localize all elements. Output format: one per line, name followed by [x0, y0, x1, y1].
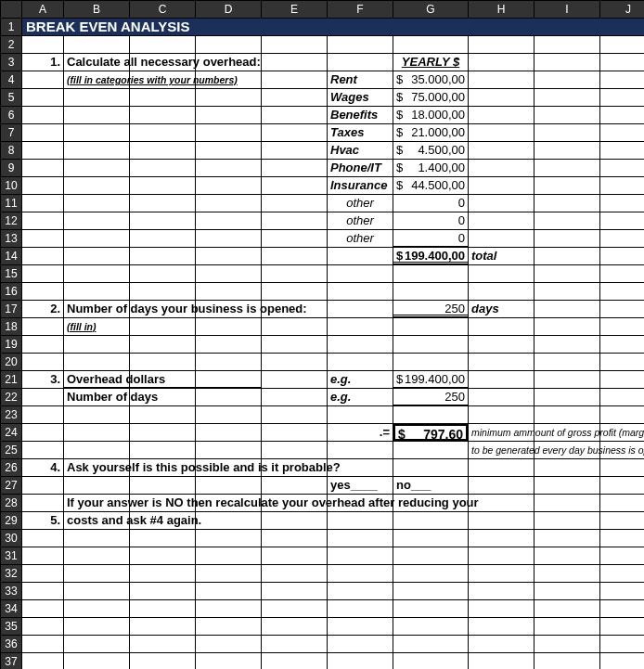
cell[interactable]	[469, 389, 534, 405]
row-header[interactable]: 3	[1, 54, 21, 71]
overhead-label[interactable]: Insurance	[328, 177, 393, 194]
cell[interactable]	[130, 424, 195, 441]
cell[interactable]	[535, 565, 599, 582]
cell[interactable]	[196, 89, 261, 106]
cell[interactable]	[535, 89, 599, 106]
cell[interactable]	[328, 354, 393, 370]
cell[interactable]	[64, 354, 129, 370]
cell[interactable]	[196, 547, 261, 564]
cell[interactable]	[262, 512, 327, 529]
cell[interactable]	[196, 36, 261, 53]
cell[interactable]	[535, 142, 599, 159]
cell[interactable]	[469, 195, 534, 212]
section-heading[interactable]: Number of days your business is opened:	[64, 301, 129, 317]
overhead-value[interactable]: 0	[393, 230, 468, 247]
overhead-label[interactable]: other	[328, 212, 393, 229]
cell[interactable]	[535, 248, 599, 264]
col-header[interactable]: B	[64, 1, 129, 18]
col-header[interactable]: C	[130, 1, 195, 18]
cell[interactable]	[469, 89, 534, 106]
cell[interactable]	[196, 160, 261, 176]
cell[interactable]	[22, 565, 63, 582]
cell[interactable]	[64, 230, 129, 247]
cell[interactable]	[469, 212, 534, 229]
cell[interactable]	[196, 107, 261, 123]
cell[interactable]	[196, 636, 261, 652]
row-header[interactable]: 5	[1, 89, 21, 106]
days-open-value[interactable]: 250	[393, 301, 468, 317]
cell[interactable]	[262, 160, 327, 176]
cell[interactable]	[600, 71, 644, 88]
cell[interactable]	[469, 530, 534, 547]
cell[interactable]	[196, 406, 261, 423]
note[interactable]: minimum ammount of gross profit (margin)	[469, 424, 534, 441]
cell[interactable]	[328, 636, 393, 652]
row-header[interactable]: 13	[1, 230, 21, 247]
cell[interactable]	[130, 283, 195, 300]
cell[interactable]	[469, 600, 534, 617]
cell[interactable]	[469, 283, 534, 300]
cell[interactable]	[196, 565, 261, 582]
cell[interactable]	[196, 318, 261, 335]
cell[interactable]	[600, 512, 644, 529]
cell[interactable]	[535, 406, 599, 423]
cell[interactable]	[196, 195, 261, 212]
row-header[interactable]: 18	[1, 318, 21, 335]
section-sub[interactable]: (fill in categories with your numbers)	[64, 71, 129, 88]
cell[interactable]	[328, 406, 393, 423]
cell[interactable]	[600, 477, 644, 494]
cell[interactable]	[535, 195, 599, 212]
yearly-header[interactable]: YEARLY $	[393, 54, 468, 71]
row-header[interactable]: 23	[1, 406, 21, 423]
cell[interactable]	[130, 442, 195, 458]
cell[interactable]	[600, 160, 644, 176]
cell[interactable]	[393, 600, 468, 617]
cell[interactable]	[535, 230, 599, 247]
cell[interactable]	[130, 636, 195, 652]
cell[interactable]	[535, 265, 599, 282]
step-number[interactable]: 1.	[22, 54, 63, 71]
col-header[interactable]: I	[535, 1, 599, 18]
cell[interactable]	[328, 301, 393, 317]
step-number[interactable]: 4.	[22, 459, 63, 476]
cell[interactable]	[22, 230, 63, 247]
overhead-value[interactable]: $21.000,00	[393, 124, 468, 141]
cell[interactable]	[130, 547, 195, 564]
cell[interactable]	[262, 54, 327, 71]
cell[interactable]	[600, 301, 644, 317]
cell[interactable]	[22, 283, 63, 300]
cell[interactable]	[535, 547, 599, 564]
row-header[interactable]: 36	[1, 636, 21, 652]
row-header[interactable]: 21	[1, 371, 21, 388]
row-header[interactable]: 20	[1, 354, 21, 370]
cell[interactable]	[262, 389, 327, 405]
cell[interactable]	[196, 389, 261, 405]
cell[interactable]	[196, 512, 261, 529]
row-header[interactable]: 37	[1, 653, 21, 669]
row-header[interactable]: 31	[1, 547, 21, 564]
cell[interactable]	[535, 301, 599, 317]
cell[interactable]	[469, 354, 534, 370]
cell[interactable]	[22, 336, 63, 353]
cell[interactable]	[64, 336, 129, 353]
cell[interactable]	[130, 195, 195, 212]
cell[interactable]	[393, 636, 468, 652]
cell[interactable]	[535, 636, 599, 652]
cell[interactable]	[196, 248, 261, 264]
cell[interactable]	[262, 653, 327, 669]
cell[interactable]	[64, 565, 129, 582]
cell[interactable]	[262, 442, 327, 458]
cell[interactable]	[328, 600, 393, 617]
overhead-value[interactable]: 0	[393, 212, 468, 229]
cell[interactable]	[196, 283, 261, 300]
equals-label[interactable]: .=	[328, 424, 393, 441]
cell[interactable]	[22, 495, 63, 511]
cell[interactable]	[393, 547, 468, 564]
row-header[interactable]: 11	[1, 195, 21, 212]
cell[interactable]	[328, 618, 393, 635]
cell[interactable]	[196, 583, 261, 599]
cell[interactable]	[535, 177, 599, 194]
cell[interactable]	[262, 583, 327, 599]
row-header[interactable]: 30	[1, 530, 21, 547]
cell[interactable]	[469, 653, 534, 669]
